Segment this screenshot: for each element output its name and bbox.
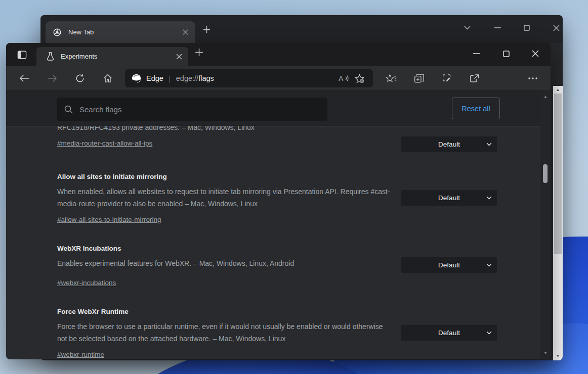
flag-permalink[interactable]: #webxr-runtime [57, 350, 104, 359]
flask-icon [47, 52, 54, 61]
scroll-up-icon[interactable]: ▲ [540, 92, 551, 102]
chevron-down-icon [486, 331, 492, 335]
tab-experiments[interactable]: Experiments [36, 47, 188, 66]
search-flags-input[interactable] [79, 105, 302, 114]
browser-toolbar: Edge | edge://flags A [6, 66, 551, 91]
flag-permalink[interactable]: #allow-all-sites-to-initiate-mirroring [57, 215, 161, 224]
search-icon [64, 105, 73, 114]
flags-page: Reset all RFC1918/RFC4193 private addres… [6, 91, 551, 359]
window-maximize-icon[interactable] [494, 46, 518, 61]
flag-select-value: Default [438, 141, 460, 148]
flag-row: RFC1918/RFC4193 private addresses. – Mac… [57, 126, 497, 152]
read-aloud-icon[interactable]: A [337, 71, 352, 86]
url-separator: | [169, 74, 171, 83]
tab-title: Experiments [61, 53, 176, 60]
scroll-up-icon[interactable]: ▲ [553, 86, 563, 94]
url-path: flags [198, 74, 214, 82]
reset-all-button[interactable]: Reset all [452, 98, 500, 119]
flag-select-value: Default [438, 329, 460, 337]
page-scrollbar[interactable]: ▲ ▼ [540, 91, 551, 359]
flag-description: RFC1918/RFC4193 private addresses. – Mac… [57, 126, 391, 133]
window-close-icon[interactable] [524, 46, 547, 61]
flag-row: WebXR Incubations Enables experimental f… [57, 244, 497, 287]
scrollbar-thumb[interactable] [543, 164, 548, 183]
flag-row: Allow all sites to initiate mirroring Wh… [57, 172, 497, 224]
search-flags-box[interactable] [57, 98, 327, 121]
browser-logo-icon [53, 28, 62, 37]
favorites-icon[interactable] [383, 70, 399, 86]
close-tab-icon[interactable] [176, 54, 182, 60]
tabstrip: Experiments [6, 43, 551, 66]
site-brand-label: Edge [146, 74, 163, 82]
refresh-icon[interactable] [72, 71, 88, 86]
flag-permalink[interactable]: #webxr-incubations [57, 278, 116, 287]
chevron-down-icon [486, 196, 492, 200]
edge-logo-icon [131, 73, 142, 84]
flag-name: Allow all sites to initiate mirroring [57, 172, 391, 181]
forward-icon[interactable] [45, 71, 60, 86]
flag-name: Force WebXr Runtime [57, 307, 391, 316]
flag-select[interactable]: Default [401, 325, 497, 341]
flag-select[interactable]: Default [401, 136, 497, 152]
collections-icon[interactable] [411, 70, 427, 86]
window-chevron-icon[interactable] [455, 20, 479, 35]
flag-permalink[interactable]: #media-router-cast-allow-all-ips [57, 139, 152, 152]
scroll-down-icon[interactable]: ▼ [540, 349, 551, 358]
chevron-down-icon [486, 263, 492, 267]
scroll-down-icon[interactable]: ▼ [553, 352, 563, 360]
edge-browser-window: Experiments [6, 43, 551, 359]
new-tab-icon[interactable] [195, 49, 203, 56]
close-tab-icon[interactable] [183, 29, 188, 35]
home-icon[interactable] [100, 71, 115, 86]
flag-select-value: Default [438, 194, 460, 202]
flags-page-header: Reset all [6, 91, 540, 126]
new-tab-icon[interactable] [203, 26, 210, 33]
chevron-down-icon [486, 143, 492, 146]
add-favorite-star-icon[interactable] [352, 71, 367, 86]
window-minimize-icon[interactable] [486, 20, 509, 35]
window-maximize-icon[interactable] [515, 20, 538, 35]
flag-select[interactable]: Default [401, 257, 497, 273]
flag-name: WebXR Incubations [57, 244, 391, 253]
window-minimize-icon[interactable] [465, 46, 488, 61]
flag-description: When enabled, allows all websites to req… [57, 185, 391, 210]
back-tab-title: New Tab [68, 28, 183, 36]
back-icon[interactable] [17, 71, 32, 86]
flag-row: Force WebXr Runtime Force the browser to… [57, 307, 497, 359]
flag-description: Force the browser to use a particular ru… [57, 320, 391, 345]
url-scheme: edge:// [176, 74, 198, 82]
scrollbar-thumb[interactable] [554, 93, 562, 254]
tab-actions-menu-icon[interactable] [14, 47, 29, 62]
share-icon[interactable] [466, 70, 482, 86]
flag-select-value: Default [438, 261, 460, 269]
back-window-tabstrip: New Tab [40, 15, 563, 43]
flags-list: RFC1918/RFC4193 private addresses. – Mac… [57, 126, 497, 359]
svg-text:A: A [339, 75, 343, 82]
settings-menu-icon[interactable] [525, 70, 541, 86]
flag-description: Enables experimental features for WebXR.… [57, 257, 391, 273]
back-window-scrollbar[interactable]: ▲ ▼ [553, 86, 563, 360]
address-bar[interactable]: Edge | edge://flags A [125, 69, 373, 87]
web-capture-icon[interactable] [439, 70, 455, 86]
flag-select[interactable]: Default [401, 190, 497, 206]
back-window-tab-newtab[interactable]: New Tab [46, 21, 195, 43]
window-close-icon[interactable] [544, 20, 563, 35]
